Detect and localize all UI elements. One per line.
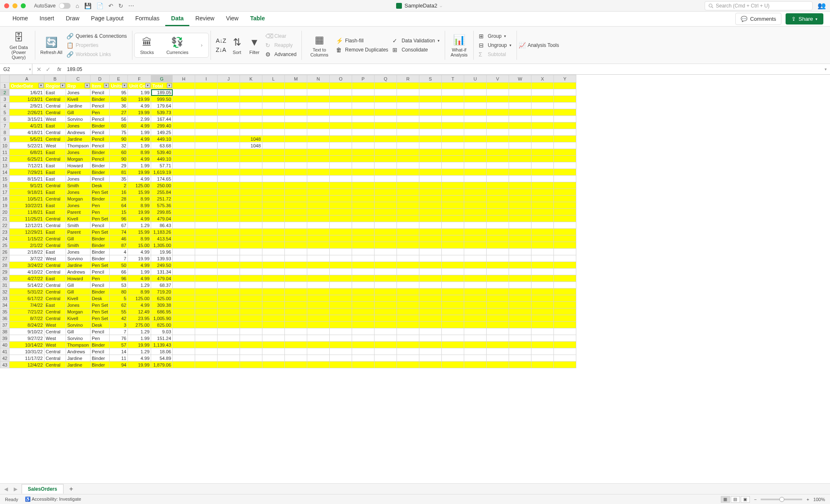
- cell-J34[interactable]: [218, 302, 240, 308]
- currencies-button[interactable]: 💱 Currencies: [166, 36, 189, 55]
- cell-D25[interactable]: Binder: [90, 242, 109, 249]
- cell-J7[interactable]: [218, 122, 240, 129]
- cell-H35[interactable]: [173, 308, 195, 315]
- row-header-3[interactable]: 3: [0, 96, 10, 103]
- cell-H23[interactable]: [173, 229, 195, 235]
- cell-F43[interactable]: 19.99: [128, 362, 151, 368]
- cell-I20[interactable]: [195, 209, 218, 215]
- cell-S9[interactable]: [419, 136, 442, 142]
- cell-I3[interactable]: [195, 96, 218, 103]
- cell-P32[interactable]: [352, 289, 375, 295]
- cell-X20[interactable]: [531, 209, 554, 215]
- cell-X42[interactable]: [531, 355, 554, 362]
- cell-R2[interactable]: [397, 89, 419, 96]
- cell-K10[interactable]: 1048: [240, 142, 262, 149]
- cell-J40[interactable]: [218, 342, 240, 348]
- cell-E26[interactable]: 4: [110, 249, 128, 255]
- cell-C40[interactable]: Thompson: [66, 342, 91, 348]
- table-header-Units[interactable]: Units▾: [110, 83, 128, 89]
- cell-Q33[interactable]: [375, 295, 397, 302]
- cell-N32[interactable]: [307, 289, 330, 295]
- cell-S4[interactable]: [419, 103, 442, 109]
- cell-L40[interactable]: [262, 342, 285, 348]
- cell-F17[interactable]: 15.99: [128, 189, 151, 196]
- cell-S39[interactable]: [419, 335, 442, 342]
- tab-insert[interactable]: Insert: [34, 12, 60, 26]
- row-header-5[interactable]: 5: [0, 109, 10, 116]
- cell-W3[interactable]: [509, 96, 531, 103]
- cell-E40[interactable]: 57: [110, 342, 128, 348]
- cell-P10[interactable]: [352, 142, 375, 149]
- cell-P8[interactable]: [352, 129, 375, 136]
- cell-I8[interactable]: [195, 129, 218, 136]
- cell-B22[interactable]: Central: [44, 222, 66, 229]
- cell-L5[interactable]: [262, 109, 285, 116]
- col-header-W[interactable]: W: [509, 75, 531, 83]
- cell-Y35[interactable]: [554, 308, 576, 315]
- cell-R24[interactable]: [397, 235, 419, 242]
- cell-M5[interactable]: [285, 109, 307, 116]
- cell-N28[interactable]: [307, 262, 330, 269]
- cell-S30[interactable]: [419, 275, 442, 282]
- cell-E6[interactable]: 56: [110, 116, 128, 122]
- cell-S36[interactable]: [419, 315, 442, 322]
- cell-P1[interactable]: [352, 83, 375, 89]
- cell-W41[interactable]: [509, 348, 531, 355]
- cell-B30[interactable]: East: [44, 275, 66, 282]
- cell-A30[interactable]: 4/27/22: [10, 275, 44, 282]
- cell-J2[interactable]: [218, 89, 240, 96]
- cell-D30[interactable]: Pen: [90, 275, 109, 282]
- cell-B10[interactable]: West: [44, 142, 66, 149]
- cell-G11[interactable]: 539.40: [151, 149, 173, 156]
- cell-X29[interactable]: [531, 269, 554, 275]
- cell-Q16[interactable]: [375, 182, 397, 189]
- cell-U30[interactable]: [464, 275, 487, 282]
- cell-U11[interactable]: [464, 149, 487, 156]
- cell-G40[interactable]: 1,139.43: [151, 342, 173, 348]
- clear-button[interactable]: ⌫Clear: [265, 32, 296, 40]
- cell-U21[interactable]: [464, 215, 487, 222]
- cell-P19[interactable]: [352, 202, 375, 209]
- row-header-18[interactable]: 18: [0, 196, 10, 202]
- select-all-corner[interactable]: [0, 75, 10, 83]
- cell-G6[interactable]: 167.44: [151, 116, 173, 122]
- cell-E30[interactable]: 96: [110, 275, 128, 282]
- cell-L43[interactable]: [262, 362, 285, 368]
- cell-K32[interactable]: [240, 289, 262, 295]
- cell-E35[interactable]: 55: [110, 308, 128, 315]
- cell-B28[interactable]: Central: [44, 262, 66, 269]
- cell-V22[interactable]: [487, 222, 509, 229]
- cell-A38[interactable]: 9/10/22: [10, 328, 44, 335]
- cell-W34[interactable]: [509, 302, 531, 308]
- cell-S29[interactable]: [419, 269, 442, 275]
- cell-L28[interactable]: [262, 262, 285, 269]
- cell-M41[interactable]: [285, 348, 307, 355]
- cell-B37[interactable]: West: [44, 322, 66, 328]
- cell-E11[interactable]: 60: [110, 149, 128, 156]
- cell-N25[interactable]: [307, 242, 330, 249]
- cell-L23[interactable]: [262, 229, 285, 235]
- cell-Q43[interactable]: [375, 362, 397, 368]
- cell-U23[interactable]: [464, 229, 487, 235]
- cell-Q25[interactable]: [375, 242, 397, 249]
- cell-P30[interactable]: [352, 275, 375, 282]
- cell-L31[interactable]: [262, 282, 285, 289]
- cell-G2[interactable]: 189.05: [151, 89, 173, 96]
- cell-X22[interactable]: [531, 222, 554, 229]
- cell-G4[interactable]: 179.64: [151, 103, 173, 109]
- cell-Q35[interactable]: [375, 308, 397, 315]
- cell-P25[interactable]: [352, 242, 375, 249]
- cell-C32[interactable]: Gill: [66, 289, 91, 295]
- cell-U41[interactable]: [464, 348, 487, 355]
- cell-K25[interactable]: [240, 242, 262, 249]
- cell-D5[interactable]: Pen: [90, 109, 109, 116]
- cell-Y3[interactable]: [554, 96, 576, 103]
- cell-L30[interactable]: [262, 275, 285, 282]
- cell-S43[interactable]: [419, 362, 442, 368]
- cell-M42[interactable]: [285, 355, 307, 362]
- cell-Q20[interactable]: [375, 209, 397, 215]
- cell-O38[interactable]: [330, 328, 352, 335]
- cell-A31[interactable]: 5/14/22: [10, 282, 44, 289]
- cell-H36[interactable]: [173, 315, 195, 322]
- cell-S26[interactable]: [419, 249, 442, 255]
